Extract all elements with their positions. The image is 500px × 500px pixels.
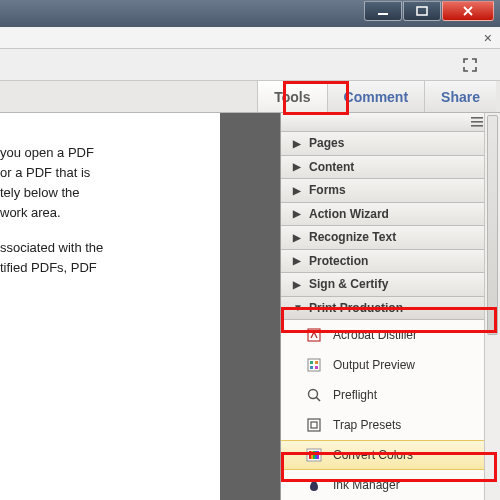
chevron-down-icon: ▼ [293, 302, 303, 313]
fullscreen-icon[interactable] [460, 55, 480, 75]
section-label: Content [309, 160, 354, 174]
distiller-icon [305, 326, 323, 344]
window-titlebar [0, 0, 500, 27]
tools-panel: ▶Pages ▶Content ▶Forms ▶Action Wizard ▶R… [280, 113, 500, 500]
section-recognize-text[interactable]: ▶Recognize Text [281, 226, 500, 249]
section-print-production[interactable]: ▼Print Production [281, 297, 500, 320]
chevron-right-icon: ▶ [293, 208, 303, 219]
section-label: Forms [309, 183, 346, 197]
print-production-items: Acrobat Distiller Output Preview Preflig… [281, 320, 500, 500]
item-label: Output Preview [333, 358, 415, 372]
tab-share[interactable]: Share [424, 81, 496, 112]
chevron-right-icon: ▶ [293, 255, 303, 266]
item-ink-manager[interactable]: Ink Manager [281, 470, 500, 500]
svg-rect-18 [315, 451, 317, 459]
panel-header [281, 113, 500, 132]
document-view: you open a PDF or a PDF that is tely bel… [0, 113, 220, 500]
svg-rect-16 [311, 451, 313, 459]
item-trap-presets[interactable]: Trap Presets [281, 410, 500, 440]
section-label: Protection [309, 254, 368, 268]
tab-tools[interactable]: Tools [257, 81, 326, 112]
section-protection[interactable]: ▶Protection [281, 250, 500, 273]
chevron-right-icon: ▶ [293, 185, 303, 196]
trap-presets-icon [305, 416, 323, 434]
item-output-preview[interactable]: Output Preview [281, 350, 500, 380]
section-label: Action Wizard [309, 207, 389, 221]
chevron-right-icon: ▶ [293, 232, 303, 243]
output-preview-icon [305, 356, 323, 374]
item-label: Convert Colors [333, 448, 413, 462]
chevron-right-icon: ▶ [293, 279, 303, 290]
svg-rect-12 [308, 419, 320, 431]
svg-rect-2 [471, 117, 483, 119]
item-label: Ink Manager [333, 478, 400, 492]
svg-rect-6 [308, 359, 320, 371]
tab-comment[interactable]: Comment [327, 81, 425, 112]
close-icon[interactable]: × [484, 31, 492, 45]
chevron-right-icon: ▶ [293, 138, 303, 149]
item-preflight[interactable]: Preflight [281, 380, 500, 410]
chevron-right-icon: ▶ [293, 161, 303, 172]
svg-rect-7 [310, 361, 313, 364]
side-panel-tabs: Tools Comment Share [0, 81, 500, 113]
svg-rect-9 [310, 366, 313, 369]
tab-label: Comment [344, 89, 409, 105]
window-maximize-button[interactable] [403, 1, 441, 21]
svg-rect-19 [317, 451, 319, 459]
item-acrobat-distiller[interactable]: Acrobat Distiller [281, 320, 500, 350]
ink-manager-icon [305, 476, 323, 494]
svg-rect-8 [315, 361, 318, 364]
svg-rect-1 [417, 7, 427, 15]
svg-rect-13 [311, 422, 317, 428]
tab-label: Share [441, 89, 480, 105]
section-action-wizard[interactable]: ▶Action Wizard [281, 203, 500, 226]
panel-scrollbar[interactable] [484, 113, 500, 500]
convert-colors-icon [305, 446, 323, 464]
item-label: Preflight [333, 388, 377, 402]
svg-rect-0 [378, 13, 388, 15]
section-label: Sign & Certify [309, 277, 388, 291]
item-label: Trap Presets [333, 418, 401, 432]
document-gutter [220, 113, 280, 500]
section-label: Print Production [309, 301, 403, 315]
svg-rect-17 [313, 451, 315, 459]
section-forms[interactable]: ▶Forms [281, 179, 500, 202]
svg-rect-3 [471, 121, 483, 123]
window-close-button[interactable] [442, 1, 494, 21]
svg-rect-4 [471, 125, 483, 127]
window-minimize-button[interactable] [364, 1, 402, 21]
svg-rect-15 [309, 451, 311, 459]
document-tab-strip: × [0, 27, 500, 49]
preflight-icon [305, 386, 323, 404]
section-label: Recognize Text [309, 230, 396, 244]
section-content[interactable]: ▶Content [281, 156, 500, 179]
svg-rect-10 [315, 366, 318, 369]
section-label: Pages [309, 136, 344, 150]
section-sign-certify[interactable]: ▶Sign & Certify [281, 273, 500, 296]
item-convert-colors[interactable]: Convert Colors [281, 440, 500, 470]
toolbar-strip [0, 49, 500, 81]
scrollbar-thumb[interactable] [487, 115, 498, 335]
item-label: Acrobat Distiller [333, 328, 417, 342]
section-pages[interactable]: ▶Pages [281, 132, 500, 155]
tab-label: Tools [274, 89, 310, 105]
